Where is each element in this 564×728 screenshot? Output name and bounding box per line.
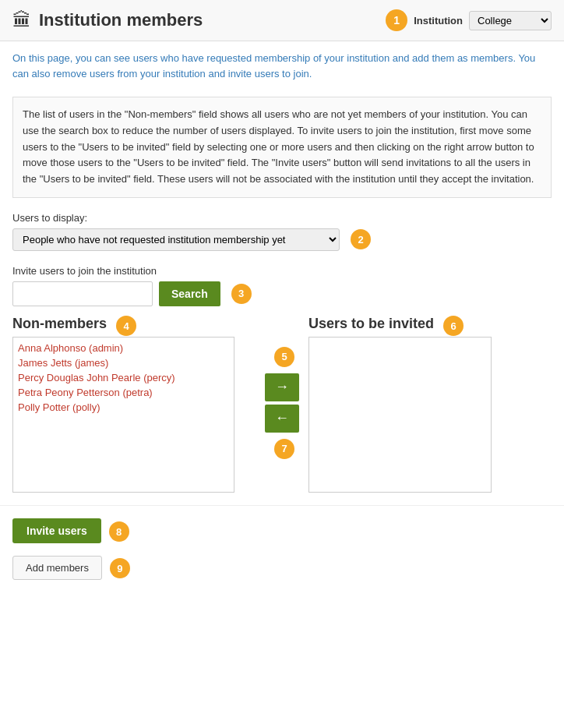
search-input[interactable] (12, 281, 153, 306)
non-members-list-container[interactable]: Anna Alphonso (admin) James Jetts (james… (12, 337, 234, 493)
badge-8: 8 (109, 521, 129, 542)
badge-2: 2 (351, 229, 371, 249)
list-item[interactable]: Petra Peony Petterson (petra) (18, 385, 229, 400)
users-display-label: Users to display: (12, 212, 552, 224)
non-members-col: Non-members 4 Anna Alphonso (admin) Jame… (12, 316, 256, 493)
list-item[interactable]: Anna Alphonso (admin) (18, 341, 229, 355)
invited-list-container[interactable] (308, 337, 492, 493)
list-item[interactable]: Percy Douglas John Pearle (percy) (18, 370, 229, 385)
header-title-group: 🏛 Institution members (12, 9, 386, 31)
badge-3: 3 (231, 284, 252, 304)
intro-text: On this page, you can see users who have… (0, 41, 564, 90)
users-display-select[interactable]: People who have not requested institutio… (12, 228, 340, 251)
institution-label: Institution (414, 15, 463, 27)
invited-col: Users to be invited 6 (308, 316, 552, 493)
institution-select[interactable]: CollegeUniversitySchool (469, 11, 552, 30)
badge-6: 6 (443, 316, 464, 336)
move-left-button[interactable]: ← (265, 405, 299, 433)
page-title: Institution members (39, 10, 203, 30)
badge-5: 5 (274, 347, 294, 367)
non-members-title: Non-members (12, 316, 107, 332)
members-section: Non-members 4 Anna Alphonso (admin) Jame… (0, 309, 564, 499)
list-item[interactable]: James Jetts (james) (18, 355, 229, 370)
invite-label: Invite users to join the institution (12, 265, 552, 277)
arrow-col: 5 → ← 7 (256, 316, 308, 459)
users-display-section: Users to display: People who have not re… (0, 204, 564, 259)
invite-users-button[interactable]: Invite users (12, 518, 101, 543)
add-members-button[interactable]: Add members (12, 556, 102, 580)
badge-7: 7 (274, 439, 294, 459)
page-header: 🏛 Institution members 1 Institution Coll… (0, 0, 564, 41)
info-box: The list of users in the "Non-members" f… (12, 97, 552, 198)
add-members-section: Add members 9 (0, 550, 564, 592)
invited-list (309, 337, 491, 344)
badge-9: 9 (110, 558, 130, 578)
search-row: Search 3 (12, 281, 552, 306)
badge-4: 4 (116, 316, 136, 336)
users-display-row: People who have not requested institutio… (12, 228, 552, 251)
list-item[interactable]: Polly Potter (polly) (18, 400, 229, 415)
search-button[interactable]: Search (159, 281, 220, 306)
non-members-list: Anna Alphonso (admin) James Jetts (james… (13, 337, 234, 418)
institution-icon: 🏛 (12, 9, 31, 31)
move-right-button[interactable]: → (265, 373, 299, 401)
badge-1: 1 (386, 9, 407, 31)
invite-section: Invite users to join the institution Sea… (0, 259, 564, 309)
invited-title: Users to be invited (308, 316, 434, 332)
header-right-group: 1 Institution CollegeUniversitySchool (386, 9, 552, 31)
action-section: Invite users 8 (0, 505, 564, 550)
